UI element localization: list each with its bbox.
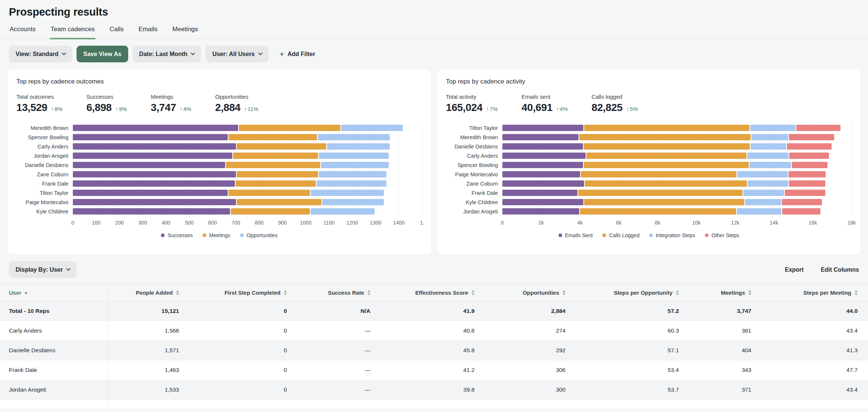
edit-columns-button[interactable]: Edit Columns <box>821 267 859 273</box>
kpi-delta-value: 7% <box>490 106 498 112</box>
bar-segment-emails-sent <box>502 125 583 131</box>
column-header-first-step-completed[interactable]: First Step Completed <box>190 284 297 301</box>
legend-label: Calls Logged <box>609 232 639 238</box>
column-header-people-added[interactable]: People Added <box>108 284 190 301</box>
cell-value: 43.4 <box>762 380 868 400</box>
cell-empty <box>190 400 297 409</box>
chevron-down-icon <box>258 51 262 55</box>
user-filter-dropdown[interactable]: User: All Users <box>205 46 268 62</box>
tab-accounts[interactable]: Accounts <box>9 21 36 39</box>
kpi-label: Total outcomes <box>16 94 62 100</box>
display-by-dropdown[interactable]: Display By: User <box>9 261 77 278</box>
kpi-delta: ↑9% <box>116 106 127 112</box>
column-header-content: Opportunities <box>523 290 566 296</box>
cell-value: 41.2 <box>381 360 485 380</box>
x-tick: 12k <box>731 220 739 226</box>
bar-segment-meetings <box>233 153 318 159</box>
gridline <box>852 123 852 216</box>
column-label: Effectiveness Score <box>415 290 468 296</box>
legend-item-integration-steps[interactable]: Integration Steps <box>649 232 695 238</box>
stacked-bar <box>502 171 852 177</box>
legend-item-opportunities[interactable]: Opportunities <box>240 232 278 238</box>
table-row[interactable]: Danielle Desbiens1,5710—45.829257.140441… <box>0 341 868 360</box>
kpi-line: 3,747↑4% <box>151 102 191 114</box>
cell-value: 44.0 <box>762 301 868 321</box>
chart-category-label: Carly Anders <box>16 142 73 151</box>
sort-up-arrow <box>676 290 679 292</box>
bar-segment-emails-sent <box>502 171 580 177</box>
view-filter-dropdown[interactable]: View: Standard <box>9 46 72 62</box>
legend-item-meetings[interactable]: Meetings <box>203 232 230 238</box>
column-header-user[interactable]: User <box>0 284 108 301</box>
kpi-value: 2,884 <box>215 102 240 114</box>
cell-empty <box>297 400 381 409</box>
view-filter-label: View: Standard <box>16 51 58 58</box>
cell-value: 1,463 <box>108 360 190 380</box>
legend-item-calls-logged[interactable]: Calls Logged <box>602 232 639 238</box>
cell-value: 43.4 <box>762 321 868 341</box>
cell-value: 45.8 <box>381 341 485 360</box>
cell-empty <box>485 400 576 409</box>
bar-segment-calls-logged <box>581 171 736 177</box>
cell-value: 0 <box>190 380 297 400</box>
column-header-steps-per-meeting[interactable]: Steps per Meeting <box>762 284 868 301</box>
bar-segment-opportunities <box>311 208 375 215</box>
kpi-value: 165,024 <box>446 102 482 114</box>
tab-label: Accounts <box>10 26 36 33</box>
bar-row <box>502 160 852 170</box>
chart-legend: SuccessesMeetingsOpportunities <box>16 232 422 238</box>
table-row-total[interactable]: Total - 10 Reps15,1210N/A41.92,88457.23,… <box>0 301 868 321</box>
cell-value: 40.8 <box>381 321 485 341</box>
export-button[interactable]: Export <box>785 267 804 273</box>
bar-row <box>502 151 852 160</box>
bar-row <box>73 142 422 151</box>
cell-value: 3,747 <box>689 301 762 321</box>
table-row[interactable]: Carly Anders1,5660—40.827460.338143.4 <box>0 321 868 341</box>
kpi-value: 82,825 <box>592 102 622 114</box>
bar-segment-opportunities <box>321 162 389 168</box>
sort-icon <box>176 290 179 295</box>
sort-up-arrow <box>855 290 858 292</box>
x-tick: 0 <box>71 220 74 226</box>
x-tick: 18k <box>848 220 856 226</box>
stacked-bar <box>502 208 852 215</box>
cell-user: Danielle Desbiens <box>0 341 108 360</box>
column-header-effectiveness-score[interactable]: Effectiveness Score <box>381 284 485 301</box>
add-filter-button[interactable]: + Add Filter <box>276 50 319 58</box>
plus-icon: + <box>280 50 284 58</box>
cell-user: Carly Anders <box>0 321 108 341</box>
kpi-value: 3,747 <box>151 102 176 114</box>
tab-calls[interactable]: Calls <box>109 21 124 39</box>
table-row[interactable]: Jordan Arogeti1,5330—39.830053.737143.4 <box>0 380 868 400</box>
legend-item-emails-sent[interactable]: Emails Sent <box>558 232 593 238</box>
tab-team-cadences[interactable]: Team cadences <box>50 21 95 39</box>
card-cadence-activity: Top reps by cadence activity Total activ… <box>437 70 861 255</box>
tab-meetings[interactable]: Meetings <box>172 21 199 39</box>
bar-segment-integration-steps <box>751 143 786 150</box>
save-view-as-button[interactable]: Save View As <box>77 46 128 62</box>
sort-icon <box>284 290 287 295</box>
bar-segment-meetings <box>237 199 322 205</box>
column-header-meetings[interactable]: Meetings <box>689 284 762 301</box>
results-table: UserPeople AddedFirst Step CompletedSucc… <box>0 284 868 409</box>
column-label: Steps per Meeting <box>803 290 851 296</box>
stacked-bar <box>502 199 852 205</box>
legend-item-other-steps[interactable]: Other Steps <box>705 232 739 238</box>
date-filter-dropdown[interactable]: Date: Last Month <box>133 46 201 62</box>
legend-item-successes[interactable]: Successes <box>161 232 193 238</box>
column-header-steps-per-opportunity[interactable]: Steps per Opportunity <box>576 284 689 301</box>
stacked-bar <box>73 134 422 140</box>
kpi-meetings: Meetings3,747↑4% <box>151 94 191 114</box>
chart-category-label: Zane Coburn <box>446 179 502 188</box>
table-row[interactable]: Frank Dale1,4630—41.230653.434347.7 <box>0 360 868 380</box>
column-header-success-rate[interactable]: Success Rate <box>297 284 381 301</box>
kpi-label: Calls logged <box>592 94 638 100</box>
cell-empty <box>576 400 689 409</box>
tab-emails[interactable]: Emails <box>138 21 158 39</box>
bar-segment-meetings <box>239 125 340 131</box>
column-header-opportunities[interactable]: Opportunities <box>485 284 576 301</box>
column-header-content: Effectiveness Score <box>415 290 475 296</box>
bar-segment-meetings <box>236 180 316 187</box>
bar-segment-opportunities <box>327 143 390 150</box>
chart-plot <box>73 123 422 216</box>
